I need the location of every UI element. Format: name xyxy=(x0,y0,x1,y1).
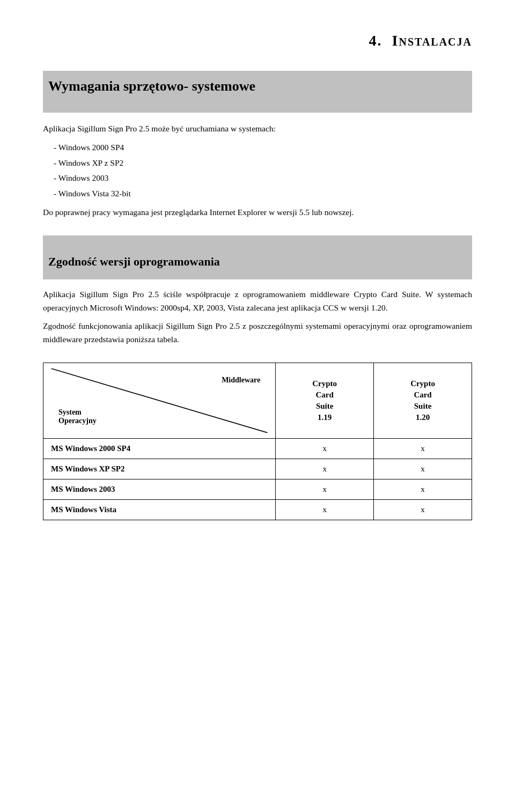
list-item-4: - Windows Vista 32-bit xyxy=(54,187,472,201)
table-diagonal-header: Middleware System Operacyjny xyxy=(43,363,276,438)
table-col2-cell: x xyxy=(374,438,472,459)
section2-heading-bar: Zgodność wersji oprogramowania xyxy=(43,235,472,279)
section2-paragraph2: Zgodność funkcjonowania aplikacji Sigill… xyxy=(43,320,472,346)
table-col1-header: Crypto Card Suite 1.19 xyxy=(276,363,374,438)
table-os-cell: MS Windows 2000 SP4 xyxy=(43,438,276,459)
table-col1-cell: x xyxy=(276,459,374,479)
section2-paragraph1: Aplikacja Sigillum Sign Pro 2.5 ściśle w… xyxy=(43,288,472,315)
compatibility-table: Middleware System Operacyjny Crypto Card… xyxy=(43,363,472,520)
table-col1-cell: x xyxy=(276,479,374,499)
list-item-1: - Windows 2000 SP4 xyxy=(54,141,472,154)
table-col1-cell: x xyxy=(276,499,374,520)
table-os-cell: MS Windows 2003 xyxy=(43,479,276,499)
section1-paragraph2: Do poprawnej pracy wymagana jest przeglą… xyxy=(43,206,472,219)
section1-heading-bar: Wymagania sprzętowo- systemowe xyxy=(43,71,472,113)
table-col2-cell: x xyxy=(374,479,472,499)
table-row: MS Windows Vistaxx xyxy=(43,499,472,520)
table-col1-cell: x xyxy=(276,438,374,459)
chapter-title: 4. Instalacja xyxy=(369,32,472,49)
table-row: MS Windows 2000 SP4xx xyxy=(43,438,472,459)
table-os-cell: MS Windows XP SP2 xyxy=(43,459,276,479)
section1-paragraph1: Aplikacja Sigillum Sign Pro 2.5 może być… xyxy=(43,122,472,136)
table-os-cell: MS Windows Vista xyxy=(43,499,276,520)
table-col2-cell: x xyxy=(374,499,472,520)
table-col2-cell: x xyxy=(374,459,472,479)
table-system-label: System Operacyjny xyxy=(58,408,97,425)
section2-heading: Zgodność wersji oprogramowania xyxy=(48,255,467,269)
list-item-3: - Windows 2003 xyxy=(54,172,472,185)
table-row: MS Windows 2003xx xyxy=(43,479,472,499)
table-row: MS Windows XP SP2xx xyxy=(43,459,472,479)
table-middleware-label: Middleware xyxy=(222,376,260,385)
list-item-2: - Windows XP z SP2 xyxy=(54,157,472,170)
table-col2-header: Crypto Card Suite 1.20 xyxy=(374,363,472,438)
section1-list: - Windows 2000 SP4 - Windows XP z SP2 - … xyxy=(54,141,472,201)
page-header: 4. Instalacja xyxy=(43,32,472,49)
section1-heading: Wymagania sprzętowo- systemowe xyxy=(48,74,467,99)
